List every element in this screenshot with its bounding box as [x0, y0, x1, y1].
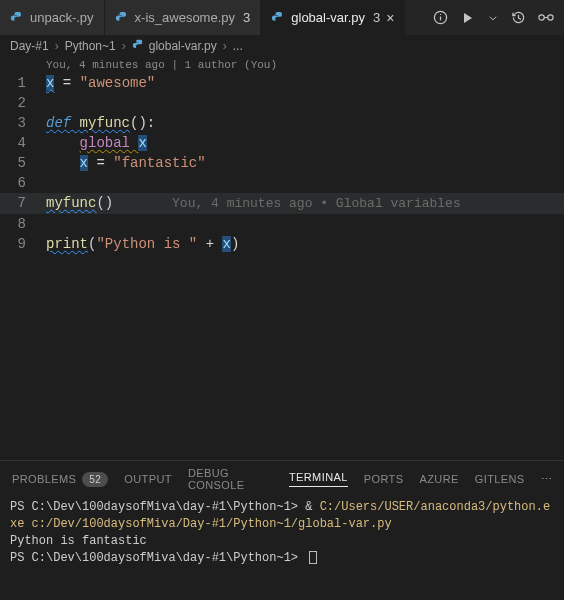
svg-point-2: [439, 14, 440, 15]
panel-tabbar: PROBLEMS 52 OUTPUT DEBUG CONSOLE TERMINA…: [0, 461, 564, 493]
breadcrumb: Day-#1 › Python~1 › global-var.py › ...: [0, 35, 564, 57]
breadcrumb-more[interactable]: ...: [233, 39, 243, 53]
info-circle-icon[interactable]: [432, 10, 448, 26]
code-editor[interactable]: 1x = "awesome" 2 3def myfunc(): 4 global…: [0, 73, 564, 254]
line-number: 7: [0, 193, 36, 213]
close-icon[interactable]: ×: [386, 11, 394, 25]
line-number: 3: [0, 113, 36, 133]
line-number: 6: [0, 173, 36, 193]
tab-label: x-is_awesome.py: [135, 10, 235, 25]
line-number: 4: [0, 133, 36, 153]
line-number: 5: [0, 153, 36, 173]
problems-count-badge: 52: [82, 472, 108, 487]
dirty-indicator: 3: [243, 10, 250, 25]
python-file-icon: [115, 11, 129, 25]
tab-label: unpack-.py: [30, 10, 94, 25]
terminal-output[interactable]: PS C:\Dev\100daysofMiva\day-#1\Python~1>…: [0, 493, 564, 600]
line-number: 2: [0, 93, 36, 113]
bottom-panel: PROBLEMS 52 OUTPUT DEBUG CONSOLE TERMINA…: [0, 460, 564, 600]
svg-point-3: [539, 15, 544, 20]
tab-label: global-var.py: [291, 10, 365, 25]
python-file-icon: [271, 11, 285, 25]
chevron-down-icon[interactable]: [488, 10, 498, 26]
panel-tab-output[interactable]: OUTPUT: [124, 473, 172, 485]
inline-blame: You, 4 minutes ago • Global variables: [172, 196, 461, 211]
panel-tab-ports[interactable]: PORTS: [364, 473, 404, 485]
codelens-authors[interactable]: You, 4 minutes ago | 1 author (You): [0, 57, 564, 73]
compare-icon[interactable]: [538, 10, 554, 26]
panel-tab-problems[interactable]: PROBLEMS 52: [12, 472, 108, 487]
history-icon[interactable]: [510, 10, 526, 26]
dirty-indicator: 3: [373, 10, 380, 25]
panel-tab-debug[interactable]: DEBUG CONSOLE: [188, 467, 273, 491]
tab-global-var[interactable]: global-var.py 3 ×: [261, 0, 405, 35]
line-number: 8: [0, 214, 36, 234]
editor-actions: [422, 0, 564, 35]
chevron-right-icon: ›: [122, 39, 126, 53]
line-number: 9: [0, 234, 36, 254]
svg-point-4: [548, 15, 553, 20]
python-file-icon: [132, 39, 145, 52]
editor-tabbar: unpack-.py x-is_awesome.py 3 global-var.…: [0, 0, 564, 35]
run-icon[interactable]: [460, 10, 476, 26]
breadcrumb-folder[interactable]: Day-#1: [10, 39, 49, 53]
more-icon[interactable]: ⋯: [541, 473, 552, 486]
panel-tab-terminal[interactable]: TERMINAL: [289, 471, 348, 487]
chevron-right-icon: ›: [55, 39, 59, 53]
terminal-cursor: [309, 551, 317, 564]
breadcrumb-folder[interactable]: Python~1: [65, 39, 116, 53]
python-file-icon: [10, 11, 24, 25]
panel-tab-azure[interactable]: AZURE: [419, 473, 458, 485]
tab-x-is-awesome[interactable]: x-is_awesome.py 3: [105, 0, 262, 35]
panel-tab-gitlens[interactable]: GITLENS: [475, 473, 525, 485]
breadcrumb-file[interactable]: global-var.py: [132, 39, 217, 53]
tab-unpack[interactable]: unpack-.py: [0, 0, 105, 35]
chevron-right-icon: ›: [223, 39, 227, 53]
line-number: 1: [0, 73, 36, 93]
